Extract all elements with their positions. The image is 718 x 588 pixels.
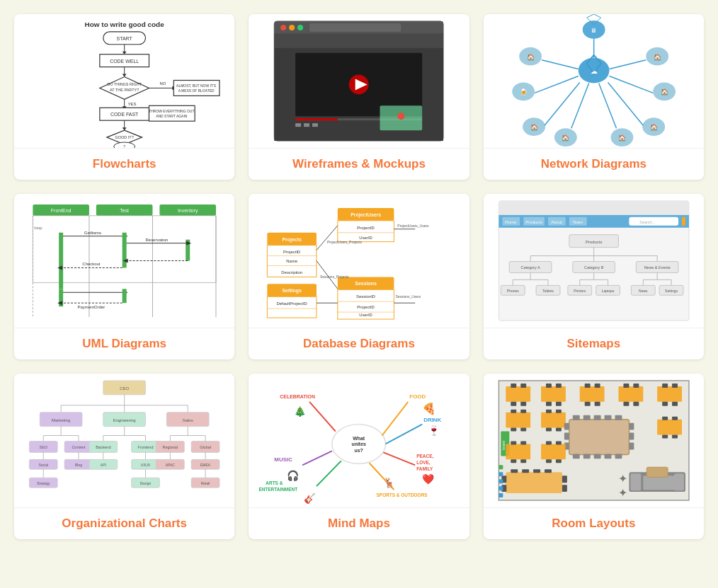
svg-rect-304 [623,384,629,388]
svg-text:ENTERTAINMENT: ENTERTAINMENT [259,487,298,492]
svg-text:Blog: Blog [75,463,82,467]
svg-rect-357 [511,459,516,463]
card-database[interactable]: Projects ProjectID Name Description Proj… [249,194,469,359]
svg-text:NO: NO [159,81,166,86]
svg-text:Products: Products [586,240,603,244]
svg-text:Settings: Settings [283,288,302,294]
card-room-layouts[interactable]: board [484,374,704,539]
svg-rect-306 [657,386,682,402]
svg-rect-130 [268,296,317,318]
svg-text:Reservation: Reservation [146,238,169,242]
svg-text:✦: ✦ [618,473,627,485]
svg-rect-163 [682,217,685,226]
card-wireframes[interactable]: Wireframes & Mockups [249,14,469,180]
svg-rect-326 [556,410,562,413]
svg-rect-358 [520,459,526,463]
svg-rect-314 [594,402,600,406]
svg-rect-351 [662,435,668,439]
svg-text:Search...: Search... [639,220,655,224]
svg-rect-352 [672,435,678,439]
svg-rect-307 [662,384,668,388]
svg-text:UI/UX: UI/UX [141,463,151,467]
svg-text:Settings: Settings [665,289,678,293]
svg-rect-361 [546,459,552,463]
svg-rect-380 [498,472,503,476]
card-label-room-layouts: Room Layouts [484,508,704,539]
svg-rect-349 [662,417,668,420]
svg-rect-353 [506,444,530,459]
svg-text:Checkout: Checkout [82,262,100,266]
card-label-sitemaps: Sitemaps [484,328,704,359]
svg-text:YES: YES [128,102,137,106]
svg-text:CODE FAST: CODE FAST [110,112,139,117]
svg-line-141 [317,226,338,250]
svg-text:Team: Team [572,220,583,224]
svg-text:FrontEnd: FrontEnd [51,208,72,213]
svg-text:A MESS OF BLOATED: A MESS OF BLOATED [178,89,215,93]
svg-rect-110 [122,289,127,303]
svg-text:ProjectID: ProjectID [283,250,301,254]
card-sitemaps[interactable]: Home Products About Team Search... Produ… [484,194,704,359]
svg-text:AT THE PARTY?: AT THE PARTY? [110,88,139,92]
svg-text:THROW EVERYTHING OUT: THROW EVERYTHING OUT [149,110,194,113]
svg-point-49 [398,113,405,120]
svg-text:LOVE,: LOVE, [417,460,431,466]
card-image-wireframes [249,14,469,149]
svg-rect-355 [511,441,516,444]
svg-text:DRINK: DRINK [424,417,442,423]
card-image-database: Projects ProjectID Name Description Proj… [249,194,469,328]
svg-rect-341 [615,454,622,459]
svg-rect-303 [618,386,643,402]
svg-text:FOOD: FOOD [410,393,426,400]
svg-rect-354 [541,444,566,459]
svg-rect-366 [533,469,540,473]
svg-text:Home: Home [505,220,517,224]
svg-rect-379 [498,465,503,469]
svg-rect-350 [672,417,678,420]
svg-text:Backend: Backend [96,445,110,449]
svg-text:DO THINGS RIGHT: DO THINGS RIGHT [107,82,142,86]
svg-text:Content: Content [72,445,86,449]
svg-text:🏠: 🏠 [526,53,535,62]
svg-text:Inventory: Inventory [178,208,198,214]
svg-text:🍺: 🍺 [519,88,528,96]
svg-text:SPORTS & OUTDOORS: SPORTS & OUTDOORS [377,492,428,497]
svg-line-286 [317,461,341,486]
svg-text:🏠: 🏠 [649,123,658,132]
svg-rect-317 [662,402,668,406]
svg-rect-375 [674,473,684,490]
svg-text:🖥: 🖥 [591,27,597,34]
svg-text:ProjectUsers_Users: ProjectUsers_Users [398,224,430,228]
card-uml[interactable]: FrontEnd Test Inventory loop GetItems [14,194,234,359]
svg-rect-359 [546,441,552,444]
svg-text:Sessions_Users: Sessions_Users [396,295,421,299]
card-image-sitemaps: Home Products About Team Search... Produ… [484,194,704,328]
svg-text:Projects: Projects [283,237,302,243]
svg-rect-324 [520,428,526,432]
svg-rect-308 [672,384,678,388]
svg-rect-367 [545,469,552,473]
svg-rect-373 [630,473,641,490]
svg-text:ALMOST, BUT NOW IT'S: ALMOST, BUT NOW IT'S [176,84,217,88]
svg-rect-313 [584,402,590,406]
svg-line-57 [542,60,579,69]
svg-text:What: What [353,436,365,441]
svg-text:🏠: 🏠 [562,134,570,142]
card-org-charts[interactable]: CEO Marketing Engineering Sales SEO [14,374,234,539]
svg-text:☁: ☁ [590,67,597,75]
card-mind-maps[interactable]: What unites us? FOOD 🍕 DRINK 🍷 CELEBRATI… [249,374,469,539]
svg-line-278 [384,452,416,465]
svg-text:Category B: Category B [584,265,604,270]
card-label-wireframes: Wireframes & Mockups [249,149,469,180]
svg-rect-318 [672,402,678,406]
card-flowcharts[interactable]: How to write good code START CODE WELL D… [14,14,234,180]
card-network[interactable]: ☁ [484,14,704,180]
card-label-flowcharts: Flowcharts [14,149,234,180]
svg-text:Marketing: Marketing [52,418,70,422]
card-image-room-layouts: board [484,374,704,508]
svg-text:ProjectUsers: ProjectUsers [351,212,381,218]
svg-text:🍕: 🍕 [423,402,437,415]
svg-text:Social: Social [38,463,48,467]
svg-rect-331 [569,420,629,455]
svg-text:CEO: CEO [120,386,129,391]
